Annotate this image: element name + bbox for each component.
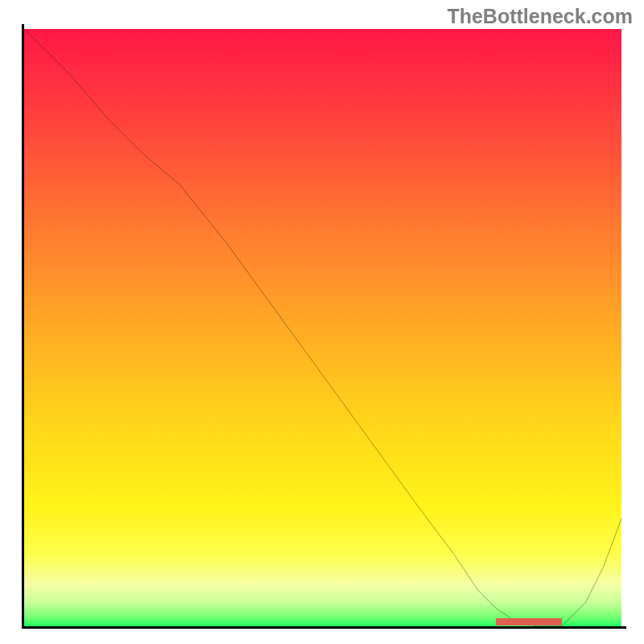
watermark-text: TheBottleneck.com <box>447 5 633 28</box>
chart-frame: TheBottleneck.com <box>0 0 644 644</box>
plot-area <box>24 29 621 626</box>
optimal-range-marker <box>496 618 562 625</box>
bottleneck-curve <box>24 29 621 626</box>
